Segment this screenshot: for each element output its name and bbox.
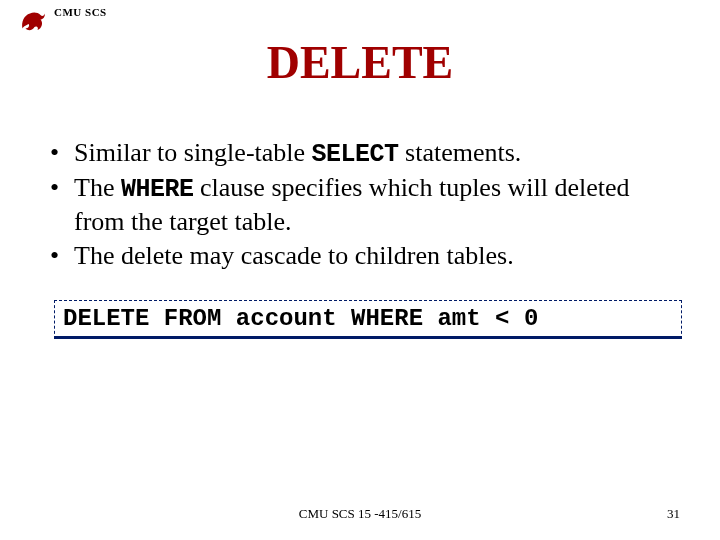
bullet-text-pre: Similar to single-table bbox=[74, 138, 312, 167]
footer-page-number: 31 bbox=[667, 506, 680, 522]
bullet-item: Similar to single-table SELECT statement… bbox=[50, 137, 670, 170]
bullet-text-pre: The bbox=[74, 173, 121, 202]
bullet-list: Similar to single-table SELECT statement… bbox=[50, 137, 670, 275]
keyword: SELECT bbox=[312, 140, 399, 169]
sql-code-block: DELETE FROM account WHERE amt < 0 bbox=[54, 300, 682, 339]
scotty-logo-icon bbox=[18, 6, 48, 36]
slide-title: DELETE bbox=[0, 36, 720, 89]
header-org-label: CMU SCS bbox=[54, 6, 107, 18]
bullet-text-post: statements. bbox=[399, 138, 522, 167]
slide-header: CMU SCS bbox=[18, 6, 107, 36]
keyword: WHERE bbox=[121, 175, 194, 204]
bullet-item: The delete may cascade to children table… bbox=[50, 240, 670, 273]
bullet-item: The WHERE clause specifies which tuples … bbox=[50, 172, 670, 238]
bullet-text-pre: The delete may cascade to children table… bbox=[74, 241, 514, 270]
footer-course: CMU SCS 15 -415/615 bbox=[0, 506, 720, 522]
